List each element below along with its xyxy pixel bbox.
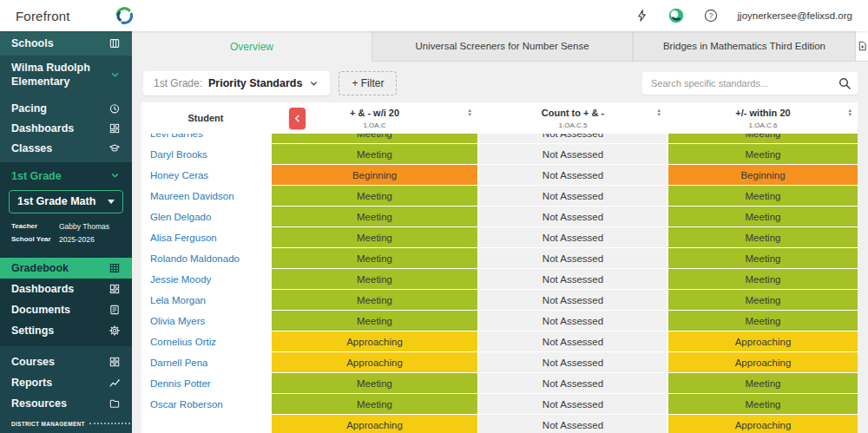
- status-cell[interactable]: Meeting: [272, 394, 477, 414]
- status-cell[interactable]: Approaching: [272, 352, 477, 372]
- chevron-down-icon: [109, 69, 121, 81]
- status-cell[interactable]: Approaching: [272, 415, 477, 433]
- status-cell[interactable]: Meeting: [272, 144, 477, 164]
- status-cell[interactable]: Approaching: [668, 415, 858, 433]
- status-cell[interactable]: Approaching: [668, 352, 858, 372]
- status-cell[interactable]: Not Assessed: [479, 415, 667, 433]
- sort-icon[interactable]: ▴▾: [657, 108, 661, 116]
- status-cell[interactable]: Not Assessed: [479, 269, 667, 289]
- sidebar-item-reports[interactable]: Reports: [0, 372, 132, 393]
- status-cell[interactable]: Approaching: [668, 331, 858, 351]
- student-name-link[interactable]: Jessie Moody: [141, 269, 270, 289]
- tab-overview[interactable]: Overview: [132, 31, 372, 62]
- student-name-link[interactable]: Maureen Davidson: [141, 186, 270, 206]
- status-cell[interactable]: Meeting: [272, 186, 477, 206]
- student-name-link[interactable]: Darnell Pena: [141, 352, 270, 372]
- main-content: Overview Universal Screeners for Number …: [132, 31, 868, 433]
- building-icon: [108, 37, 121, 49]
- status-cell[interactable]: Not Assessed: [479, 352, 667, 372]
- status-cell[interactable]: Meeting: [668, 144, 858, 164]
- status-cell[interactable]: Meeting: [272, 373, 477, 393]
- student-name-link[interactable]: Rolando Maldonado: [141, 248, 270, 268]
- gear-icon: [108, 325, 121, 337]
- avatar-icon[interactable]: [668, 8, 684, 23]
- student-name-link[interactable]: Alisa Ferguson: [141, 227, 270, 247]
- status-cell[interactable]: Not Assessed: [479, 311, 667, 331]
- sidebar-item-grade[interactable]: 1st Grade: [9, 170, 123, 182]
- status-cell[interactable]: Meeting: [668, 373, 858, 393]
- status-cell[interactable]: Not Assessed: [479, 290, 667, 310]
- district-management-section[interactable]: DISTRICT MANAGEMENT: [0, 419, 132, 429]
- sidebar-item-documents[interactable]: Documents: [0, 299, 132, 320]
- student-name-link[interactable]: Glen Delgado: [141, 207, 270, 226]
- sidebar-school-selector[interactable]: Wilma Rudolph Elementary: [0, 56, 132, 95]
- status-cell[interactable]: Not Assessed: [479, 227, 667, 247]
- user-email[interactable]: jjoynerkersee@felixsd.org: [738, 10, 852, 21]
- sort-icon[interactable]: ▴▾: [848, 108, 852, 116]
- status-cell[interactable]: Meeting: [668, 207, 858, 226]
- student-name-link[interactable]: Oscar Roberson: [141, 394, 270, 414]
- standards-scope-dropdown[interactable]: 1st Grade: Priority Standards: [143, 71, 330, 95]
- standard-column-header-2: Count to + & - 1.OA.C.5 ▴▾: [479, 102, 667, 134]
- select-caret-icon: [108, 200, 115, 204]
- tab-universal-screeners[interactable]: Universal Screeners for Number Sense: [372, 31, 633, 62]
- student-name-link[interactable]: Cornelius Ortiz: [141, 331, 270, 351]
- search-input[interactable]: [642, 72, 858, 95]
- status-cell[interactable]: Meeting: [668, 311, 858, 331]
- sidebar-item-schools[interactable]: Schools: [0, 31, 132, 56]
- status-cell[interactable]: Meeting: [668, 227, 858, 247]
- scroll-columns-left-button[interactable]: [289, 108, 306, 129]
- student-name-link[interactable]: [141, 415, 270, 433]
- sidebar: Schools Wilma Rudolph Elementary Pacing …: [0, 31, 132, 433]
- status-cell[interactable]: Not Assessed: [479, 373, 667, 393]
- course-select[interactable]: 1st Grade Math: [9, 190, 123, 213]
- sort-icon[interactable]: ▴▾: [468, 108, 471, 116]
- student-name-link[interactable]: Daryl Brooks: [141, 144, 270, 164]
- status-cell[interactable]: Not Assessed: [479, 331, 667, 351]
- status-cell[interactable]: Meeting: [272, 227, 477, 247]
- add-tab-button[interactable]: [856, 31, 868, 62]
- status-cell[interactable]: Meeting: [272, 269, 477, 289]
- status-cell[interactable]: Meeting: [272, 248, 477, 268]
- help-icon[interactable]: ?: [704, 9, 718, 23]
- student-name-link[interactable]: Honey Ceras: [141, 165, 270, 185]
- status-cell[interactable]: Beginning: [272, 165, 477, 185]
- document-icon: [108, 304, 121, 316]
- status-cell[interactable]: Not Assessed: [479, 207, 667, 226]
- search-icon[interactable]: [838, 76, 852, 90]
- status-cell[interactable]: Not Assessed: [479, 394, 667, 414]
- brand-name: Forefront: [16, 9, 70, 23]
- status-cell[interactable]: Meeting: [668, 394, 858, 414]
- sidebar-item-settings[interactable]: Settings: [0, 320, 132, 341]
- add-filter-button[interactable]: + Filter: [339, 71, 397, 95]
- sidebar-item-gradebook[interactable]: Gradebook: [0, 258, 132, 279]
- sidebar-item-courses[interactable]: Courses: [0, 351, 132, 372]
- status-cell[interactable]: Not Assessed: [479, 144, 667, 164]
- status-cell[interactable]: Beginning: [668, 165, 858, 185]
- lightning-icon[interactable]: [635, 9, 648, 23]
- sidebar-collapse-button[interactable]: [0, 429, 132, 433]
- status-cell[interactable]: Meeting: [668, 248, 858, 268]
- sidebar-item-resources[interactable]: Resources: [0, 393, 132, 414]
- chevron-down-icon: [308, 78, 319, 89]
- sidebar-item-pacing[interactable]: Pacing: [0, 99, 132, 119]
- student-name-link[interactable]: Lela Morgan: [141, 290, 270, 310]
- status-cell[interactable]: Meeting: [272, 290, 477, 310]
- status-cell[interactable]: Not Assessed: [479, 186, 667, 206]
- student-name-link[interactable]: Dennis Potter: [141, 373, 270, 393]
- status-cell[interactable]: Not Assessed: [479, 165, 667, 185]
- sidebar-item-course-dashboards[interactable]: Dashboards: [0, 279, 132, 299]
- status-cell[interactable]: Meeting: [668, 269, 858, 289]
- student-name-link[interactable]: Olivia Myers: [141, 311, 270, 331]
- status-cell[interactable]: Approaching: [272, 331, 477, 351]
- status-cell[interactable]: Meeting: [668, 290, 858, 310]
- sidebar-item-classes[interactable]: Classes: [0, 139, 132, 159]
- dashboard-grid-icon: [108, 122, 121, 134]
- tab-bridges-mathematics[interactable]: Bridges in Mathematics Third Edition: [633, 31, 856, 62]
- standard-code: 1.OA.C.5: [559, 121, 588, 129]
- status-cell[interactable]: Meeting: [272, 207, 477, 226]
- status-cell[interactable]: Meeting: [272, 311, 477, 331]
- status-cell[interactable]: Not Assessed: [479, 248, 667, 268]
- status-cell[interactable]: Meeting: [668, 186, 858, 206]
- sidebar-item-dashboards[interactable]: Dashboards: [0, 119, 132, 139]
